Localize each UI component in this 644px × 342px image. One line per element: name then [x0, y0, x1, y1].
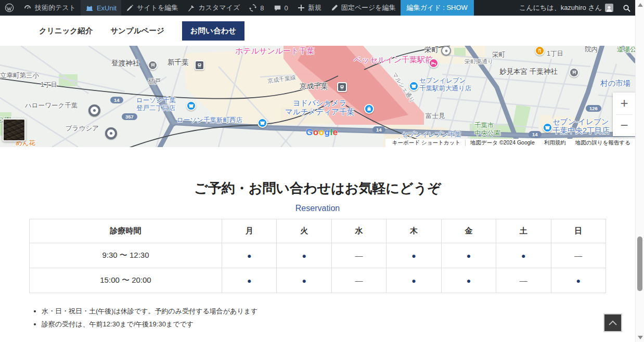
- comment-count: 0: [285, 4, 288, 12]
- customize-menu[interactable]: カスタマイズ: [183, 0, 244, 16]
- shrine-icon[interactable]: [148, 60, 158, 70]
- nav-item[interactable]: クリニック紹介: [39, 26, 93, 36]
- train-icon[interactable]: [337, 82, 347, 92]
- map-label: ホテルサンルート千葉: [235, 46, 314, 56]
- scrollbar-down-arrow[interactable]: [638, 336, 643, 339]
- open-cell: ●: [441, 243, 496, 268]
- report-error-link[interactable]: 地図の誤りを報告する: [571, 139, 635, 147]
- map-label: 道場公: [617, 46, 635, 54]
- hotel-icon[interactable]: [429, 58, 439, 68]
- map-label: ヨドバシカメラマルチメディア千葉: [285, 99, 354, 116]
- browser-scrollbar[interactable]: [635, 0, 644, 342]
- my-account-menu[interactable]: こんにちは、kazuhiro さん: [514, 0, 618, 16]
- shrine-icon[interactable]: [569, 68, 579, 77]
- edit-page-menu[interactable]: 固定ページを編集: [326, 0, 401, 16]
- zoom-in-button[interactable]: +: [613, 93, 635, 114]
- page-subtitle: Reservation: [0, 204, 635, 213]
- updates-menu[interactable]: 8: [244, 0, 268, 16]
- new-label: 新規: [308, 3, 321, 12]
- closed-cell: —: [496, 268, 551, 293]
- map-label: 栄町: [492, 51, 505, 59]
- closed-cell: —: [331, 268, 386, 293]
- satellite-layer-toggle[interactable]: [3, 119, 25, 141]
- search-button[interactable]: [618, 0, 635, 16]
- google-logo[interactable]: Google: [306, 127, 338, 138]
- nav-item[interactable]: お問い合わせ: [182, 21, 244, 41]
- updates-icon: [249, 4, 257, 12]
- day-column-header: 土: [496, 219, 551, 243]
- contact-section: ご予約・お問い合わせはお気軽にどうぞ Reservation 診療時間月火水木金…: [0, 147, 635, 342]
- open-cell: ●: [222, 268, 277, 293]
- office-hours-table: 診療時間月火水木金土日 9:30 〜 12:30●●—●●●—15:00 〜 2…: [29, 219, 606, 293]
- monorail-icon[interactable]: [441, 46, 451, 56]
- google-map[interactable]: + − Google キーボード ショートカット 地図データ ©2024 Goo…: [0, 46, 635, 147]
- day-column-header: 火: [277, 219, 331, 243]
- note-item: 水・日・祝日・土(午後)は休診です。予約のみ受付する場合があります: [42, 307, 635, 316]
- nav-item[interactable]: サンプルページ: [110, 26, 164, 36]
- edit-site-icon: [126, 4, 134, 12]
- zoom-out-button[interactable]: −: [613, 115, 635, 137]
- pencil-icon: [331, 4, 338, 11]
- wordpress-logo-icon[interactable]: [0, 0, 19, 16]
- edit-page-label: 固定ページを編集: [341, 3, 396, 12]
- map-label: 立幸町第三小: [0, 72, 39, 80]
- edit-site-menu[interactable]: サイトを編集: [121, 0, 183, 16]
- map-label: 妙見本宮 千葉神社: [499, 68, 558, 76]
- open-cell: ●: [387, 268, 441, 293]
- train-icon[interactable]: [195, 60, 204, 70]
- open-cell: ●: [441, 268, 496, 293]
- map-attribution: キーボード ショートカット 地図データ ©2024 Google 利用規約 地図…: [385, 139, 635, 147]
- map-label: ブラウシア: [66, 125, 99, 133]
- site-name-label: 技術的テスト: [35, 3, 76, 12]
- time-column-header: 診療時間: [30, 219, 222, 243]
- table-row: 9:30 〜 12:30●●—●●●—: [30, 243, 606, 268]
- map-data-label: 地図データ ©2024 Google: [466, 139, 539, 147]
- search-icon: [623, 4, 630, 12]
- target-icon[interactable]: [88, 104, 100, 116]
- day-column-header: 月: [222, 219, 277, 243]
- page-title: ご予約・お問い合わせはお気軽にどうぞ: [0, 179, 635, 198]
- open-cell: ●: [496, 243, 551, 268]
- closed-cell: —: [551, 243, 606, 268]
- route-shield: 357: [122, 113, 137, 120]
- terms-link[interactable]: 利用規約: [539, 139, 571, 147]
- map-label: 登渡神社: [111, 59, 139, 68]
- map-label: セブンイレブン千葉駅前大通り店: [419, 77, 471, 93]
- wp-admin-bar: 技術的テスト ExUnit サイトを編集 カスタマイズ 8 0 新規 固定ページ…: [0, 0, 635, 16]
- edit-site-label: サイトを編集: [137, 3, 178, 12]
- scroll-to-top-button[interactable]: [603, 313, 622, 332]
- scrollbar-thumb[interactable]: [637, 236, 642, 291]
- store-icon[interactable]: [543, 123, 552, 133]
- update-count: 8: [260, 4, 264, 12]
- day-column-header: 日: [551, 219, 606, 243]
- day-column-header: 金: [441, 219, 496, 243]
- map-label: セブンイレブン千葉: [402, 131, 461, 139]
- exunit-label: ExUnit: [97, 4, 117, 12]
- store-icon[interactable]: [409, 81, 419, 91]
- greeting-label: こんにちは、kazuhiro さん: [519, 3, 602, 12]
- open-cell: ●: [387, 243, 441, 268]
- target-icon[interactable]: [105, 127, 117, 139]
- scrollbar-up-arrow[interactable]: [638, 3, 643, 7]
- map-label: 栄町: [424, 46, 439, 54]
- route-shield: 14: [372, 126, 385, 133]
- edit-guide-toggle[interactable]: 編集ガイド : SHOW: [401, 0, 474, 16]
- map-label: 1丁目: [547, 50, 563, 58]
- exunit-castle-icon: [85, 4, 94, 12]
- new-content-menu[interactable]: 新規: [293, 0, 326, 16]
- bag-icon[interactable]: [364, 104, 374, 114]
- store-icon[interactable]: [186, 101, 196, 111]
- comments-menu[interactable]: 0: [269, 0, 293, 16]
- store-icon[interactable]: [257, 118, 267, 128]
- map-label: ハローワーク千葉: [25, 102, 78, 110]
- restaurant-icon[interactable]: [535, 46, 545, 56]
- customize-brush-icon: [187, 4, 195, 12]
- map-label: ベッセルイン千葉駅前: [354, 55, 433, 64]
- keyboard-shortcuts-link[interactable]: キーボード ショートカット: [388, 139, 465, 147]
- open-cell: ●: [551, 268, 606, 293]
- map-label: ローソン千葉登戸二丁目店: [136, 97, 176, 112]
- notes-list: 水・日・祝日・土(午後)は休診です。予約のみ受付する場合があります診察の受付は、…: [32, 307, 635, 329]
- map-label: 富士見: [426, 112, 445, 120]
- site-name-menu[interactable]: 技術的テスト: [19, 0, 81, 16]
- exunit-menu[interactable]: ExUnit: [81, 0, 121, 16]
